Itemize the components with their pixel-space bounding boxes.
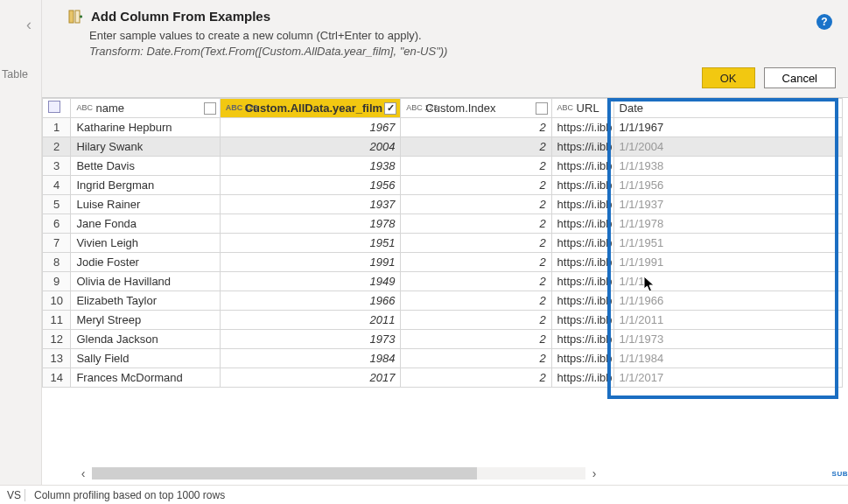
cell-year[interactable]: 1966	[220, 291, 401, 311]
cell-url[interactable]: https://i.ibb	[551, 330, 613, 349]
cell-url[interactable]: https://i.ibb	[551, 234, 613, 253]
table-row[interactable]: 9Olivia de Havilland19492https://i.ibb1/…	[43, 272, 843, 291]
table-row[interactable]: 10Elizabeth Taylor19662https://i.ibb1/1/…	[43, 291, 843, 311]
cell-name[interactable]: Hilary Swank	[71, 137, 220, 157]
cell-url[interactable]: https://i.ibb	[551, 291, 613, 311]
cell-date[interactable]: 1/1/1966	[613, 291, 842, 311]
cell-date[interactable]: 1/1/1991	[613, 253, 842, 272]
hscroll-left-arrow-icon[interactable]: ‹	[74, 466, 92, 481]
cell-name[interactable]: Luise Rainer	[71, 195, 220, 214]
column-index-checkbox[interactable]	[536, 102, 548, 115]
row-number[interactable]: 3	[43, 157, 71, 176]
cell-index[interactable]: 2	[401, 368, 551, 388]
cell-index[interactable]: 2	[401, 272, 551, 291]
cell-year[interactable]: 1984	[220, 349, 401, 368]
cell-year[interactable]: 1937	[220, 195, 401, 214]
cell-date[interactable]: 1/1/1	[613, 272, 842, 291]
table-row[interactable]: 13Sally Field19842https://i.ibb1/1/1984	[43, 349, 843, 368]
cell-url[interactable]: https://i.ibb	[551, 311, 613, 330]
row-number[interactable]: 1	[43, 118, 71, 137]
cell-year[interactable]: 2004	[220, 137, 401, 157]
row-number[interactable]: 11	[43, 311, 71, 330]
column-header-url[interactable]: ABC URL	[551, 99, 613, 118]
cell-index[interactable]: 2	[401, 330, 551, 349]
column-year-checkbox[interactable]	[384, 102, 396, 115]
column-header-year[interactable]: ABC 123 Custom.AllData.year_film	[220, 99, 401, 118]
cell-name[interactable]: Elizabeth Taylor	[71, 291, 220, 311]
table-row[interactable]: 1Katharine Hepburn19672https://i.ibb1/1/…	[43, 118, 843, 137]
cell-date[interactable]: 1/1/1984	[613, 349, 842, 368]
row-number[interactable]: 2	[43, 137, 71, 157]
cell-date[interactable]: 1/1/1973	[613, 330, 842, 349]
cell-name[interactable]: Meryl Streep	[71, 311, 220, 330]
data-grid[interactable]: ABC name ABC 123 Custom.AllData.year_fil…	[42, 98, 843, 388]
row-number[interactable]: 7	[43, 234, 71, 253]
cell-date[interactable]: 1/1/1956	[613, 176, 842, 195]
cell-year[interactable]: 1973	[220, 330, 401, 349]
cell-index[interactable]: 2	[401, 234, 551, 253]
cell-name[interactable]: Glenda Jackson	[71, 330, 220, 349]
help-icon[interactable]: ?	[816, 14, 832, 30]
cell-index[interactable]: 2	[401, 291, 551, 311]
cell-name[interactable]: Vivien Leigh	[71, 234, 220, 253]
cell-url[interactable]: https://i.ibb	[551, 368, 613, 388]
cell-url[interactable]: https://i.ibb	[551, 157, 613, 176]
table-row[interactable]: 11Meryl Streep20112https://i.ibb1/1/2011	[43, 311, 843, 330]
cell-index[interactable]: 2	[401, 137, 551, 157]
table-row[interactable]: 7Vivien Leigh19512https://i.ibb1/1/1951	[43, 234, 843, 253]
table-row[interactable]: 12Glenda Jackson19732https://i.ibb1/1/19…	[43, 330, 843, 349]
cell-year[interactable]: 1956	[220, 176, 401, 195]
row-number[interactable]: 13	[43, 349, 71, 368]
row-number[interactable]: 4	[43, 176, 71, 195]
column-header-name[interactable]: ABC name	[71, 99, 220, 118]
cell-date[interactable]: 1/1/1951	[613, 234, 842, 253]
cell-year[interactable]: 1991	[220, 253, 401, 272]
row-number[interactable]: 5	[43, 195, 71, 214]
cell-index[interactable]: 2	[401, 253, 551, 272]
cell-date[interactable]: 1/1/1967	[613, 118, 842, 137]
cell-name[interactable]: Bette Davis	[71, 157, 220, 176]
cell-url[interactable]: https://i.ibb	[551, 253, 613, 272]
row-number[interactable]: 6	[43, 214, 71, 234]
table-row[interactable]: 4Ingrid Bergman19562https://i.ibb1/1/195…	[43, 176, 843, 195]
cell-url[interactable]: https://i.ibb	[551, 118, 613, 137]
cell-index[interactable]: 2	[401, 176, 551, 195]
horizontal-scrollbar[interactable]: ‹ ›	[74, 466, 603, 481]
cell-name[interactable]: Olivia de Havilland	[71, 272, 220, 291]
table-row[interactable]: 5Luise Rainer19372https://i.ibb1/1/1937	[43, 195, 843, 214]
row-number[interactable]: 14	[43, 368, 71, 388]
hscroll-track[interactable]	[92, 467, 585, 480]
ok-button[interactable]: OK	[702, 67, 755, 88]
cell-name[interactable]: Jodie Foster	[71, 253, 220, 272]
cell-index[interactable]: 2	[401, 349, 551, 368]
column-header-index[interactable]: ABC 123 Custom.Index	[401, 99, 551, 118]
cell-name[interactable]: Jane Fonda	[71, 214, 220, 234]
cell-index[interactable]: 2	[401, 157, 551, 176]
table-row[interactable]: 2Hilary Swank20042https://i.ibb1/1/2004	[43, 137, 843, 157]
cell-index[interactable]: 2	[401, 214, 551, 234]
cell-name[interactable]: Sally Field	[71, 349, 220, 368]
cell-date[interactable]: 1/1/1937	[613, 195, 842, 214]
hscroll-right-arrow-icon[interactable]: ›	[585, 466, 603, 481]
column-name-checkbox[interactable]	[204, 102, 216, 115]
cell-year[interactable]: 1978	[220, 214, 401, 234]
cell-index[interactable]: 2	[401, 118, 551, 137]
cell-date[interactable]: 1/1/1978	[613, 214, 842, 234]
cell-index[interactable]: 2	[401, 195, 551, 214]
row-number[interactable]: 12	[43, 330, 71, 349]
cell-url[interactable]: https://i.ibb	[551, 176, 613, 195]
cell-date[interactable]: 1/1/1938	[613, 157, 842, 176]
table-select-all[interactable]	[43, 99, 71, 118]
cell-date[interactable]: 1/1/2011	[613, 311, 842, 330]
cancel-button[interactable]: Cancel	[764, 67, 836, 88]
table-row[interactable]: 3Bette Davis19382https://i.ibb1/1/1938	[43, 157, 843, 176]
cell-date[interactable]: 1/1/2017	[613, 368, 842, 388]
column-header-date[interactable]: Date	[613, 99, 842, 118]
cell-date[interactable]: 1/1/2004	[613, 137, 842, 157]
table-row[interactable]: 14Frances McDormand20172https://i.ibb1/1…	[43, 368, 843, 388]
cell-url[interactable]: https://i.ibb	[551, 349, 613, 368]
hscroll-thumb[interactable]	[92, 467, 477, 480]
cell-year[interactable]: 2017	[220, 368, 401, 388]
cell-url[interactable]: https://i.ibb	[551, 195, 613, 214]
cell-name[interactable]: Ingrid Bergman	[71, 176, 220, 195]
